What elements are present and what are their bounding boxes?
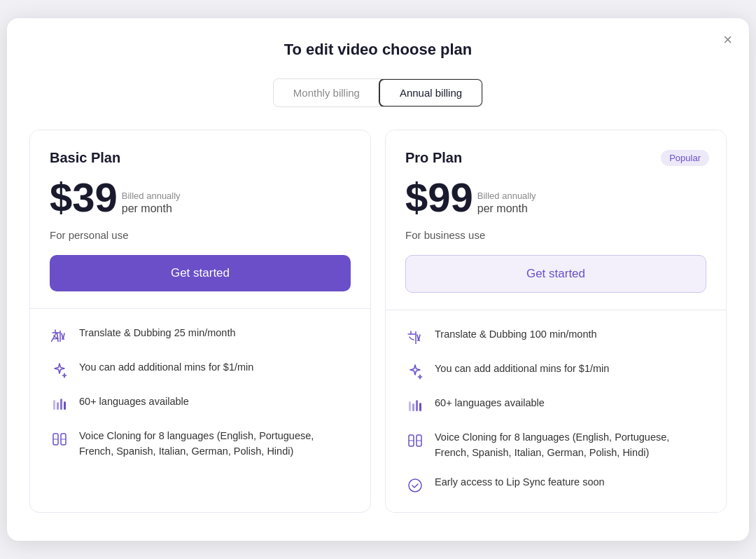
pro-feature-lipsync: Early access to Lip Sync feature soon xyxy=(405,475,706,495)
svg-rect-4 xyxy=(60,399,62,410)
basic-plan-subtitle: For personal use xyxy=(50,229,351,241)
basic-feature-voice: Voice Cloning for 8 languages (English, … xyxy=(50,429,351,460)
pro-feature-translate-text: Translate & Dubbing 100 min/month xyxy=(435,327,597,343)
pro-feature-addmins: You can add additional mins for $1/min xyxy=(405,361,706,382)
sparkle-icon xyxy=(50,361,69,380)
basic-feature-translate: 𝘈 Translate & Dubbing 25 min/month xyxy=(50,326,351,346)
basic-plan-name: Basic Plan xyxy=(50,150,351,166)
translate-icon: 𝘈 xyxy=(50,326,69,346)
svg-rect-2 xyxy=(53,400,55,410)
pro-feature-languages: 60+ languages available xyxy=(405,396,706,416)
billing-toggle: Monthly billing Annual billing xyxy=(29,78,727,107)
plans-container: Basic Plan $39 Billed annually per month… xyxy=(29,130,727,513)
pro-feature-translate: Translate & Dubbing 100 min/month xyxy=(405,327,706,347)
svg-rect-11 xyxy=(409,401,411,411)
billing-toggle-inner: Monthly billing Annual billing xyxy=(273,78,483,107)
basic-plan-card: Basic Plan $39 Billed annually per month… xyxy=(29,130,371,513)
pro-languages-icon xyxy=(405,396,425,416)
pro-feature-languages-text: 60+ languages available xyxy=(435,396,545,411)
pro-sparkle-icon xyxy=(405,362,425,382)
monthly-billing-tab[interactable]: Monthly billing xyxy=(274,79,379,106)
basic-price-row: $39 Billed annually per month xyxy=(50,177,351,218)
basic-feature-languages-text: 60+ languages available xyxy=(79,394,189,410)
basic-feature-languages: 60+ languages available xyxy=(50,394,351,415)
svg-rect-12 xyxy=(412,403,414,411)
svg-rect-3 xyxy=(57,402,59,410)
languages-icon xyxy=(50,395,69,415)
pro-get-started-button[interactable]: Get started xyxy=(405,255,706,293)
basic-feature-addmins: You can add additional mins for $1/min xyxy=(50,360,351,380)
basic-price-details: Billed annually per month xyxy=(122,191,181,218)
svg-point-19 xyxy=(409,479,421,492)
pro-billed-note: Billed annually xyxy=(477,191,536,201)
pro-plan-card: Pro Plan Popular $99 Billed annually per… xyxy=(385,130,727,513)
pro-plan-features: Translate & Dubbing 100 min/month You ca… xyxy=(386,310,726,512)
voice-clone-icon xyxy=(50,429,69,449)
basic-billed-note: Billed annually xyxy=(122,191,181,201)
pro-price-details: Billed annually per month xyxy=(477,191,536,218)
pro-feature-addmins-text: You can add additional mins for $1/min xyxy=(435,361,609,377)
basic-get-started-button[interactable]: Get started xyxy=(50,255,351,291)
pro-translate-icon xyxy=(405,328,425,347)
basic-feature-addmins-text: You can add additional mins for $1/min xyxy=(79,360,253,375)
pro-plan-header: Pro Plan Popular $99 Billed annually per… xyxy=(386,130,726,310)
basic-plan-features: 𝘈 Translate & Dubbing 25 min/month xyxy=(30,309,370,476)
modal-title: To edit video choose plan xyxy=(29,41,727,59)
pro-per-month: per month xyxy=(477,202,536,215)
pro-feature-lipsync-text: Early access to Lip Sync feature soon xyxy=(435,475,605,490)
check-circle-icon xyxy=(405,476,425,495)
pricing-modal: To edit video choose plan × Monthly bill… xyxy=(7,18,749,541)
pro-plan-subtitle: For business use xyxy=(405,229,706,241)
pro-feature-voice: Voice Cloning for 8 languages (English, … xyxy=(405,430,706,461)
popular-badge: Popular xyxy=(661,150,709,166)
pro-feature-voice-text: Voice Cloning for 8 languages (English, … xyxy=(435,430,706,461)
pro-voice-clone-icon xyxy=(405,431,425,450)
basic-per-month: per month xyxy=(122,202,181,215)
svg-rect-5 xyxy=(64,401,66,410)
basic-feature-voice-text: Voice Cloning for 8 languages (English, … xyxy=(79,429,351,460)
svg-rect-13 xyxy=(416,400,418,411)
basic-price-amount: $39 xyxy=(50,177,118,218)
close-button[interactable]: × xyxy=(723,32,732,48)
pro-price-row: $99 Billed annually per month xyxy=(405,177,706,218)
basic-feature-translate-text: Translate & Dubbing 25 min/month xyxy=(79,326,236,341)
pro-price-amount: $99 xyxy=(405,177,473,218)
svg-rect-14 xyxy=(419,403,421,411)
annual-billing-tab[interactable]: Annual billing xyxy=(379,78,483,107)
basic-plan-header: Basic Plan $39 Billed annually per month… xyxy=(30,130,370,309)
